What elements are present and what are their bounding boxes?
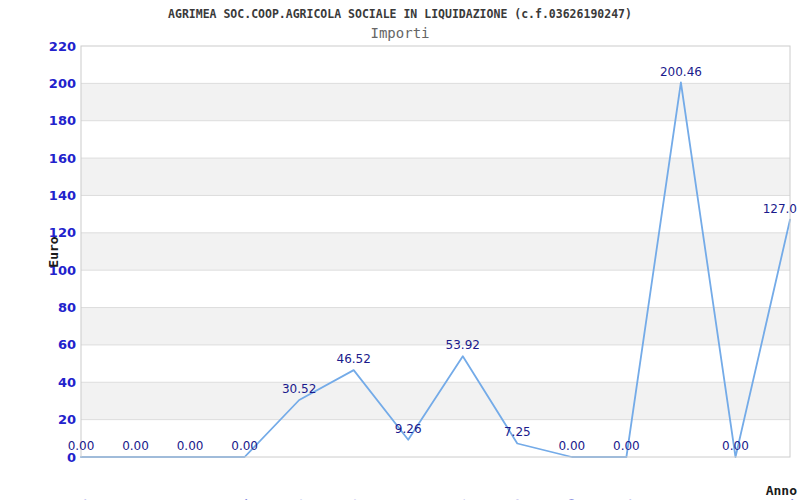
y-tick-label: 140	[49, 188, 76, 203]
importi-line-chart: 020406080100120140160180200220 201120122…	[0, 0, 800, 500]
band	[81, 233, 790, 270]
plot-bands	[81, 83, 790, 419]
data-point-label: 0.00	[177, 439, 204, 453]
y-tick-label: 200	[49, 76, 76, 91]
band	[81, 382, 790, 419]
chart-subtitle: Importi	[370, 25, 429, 41]
band	[81, 308, 790, 345]
y-tick-label: 60	[58, 337, 76, 352]
band	[81, 158, 790, 195]
data-point-label: 7.25	[504, 425, 531, 439]
data-point-label: 30.52	[282, 382, 316, 396]
data-point-label: 9.26	[395, 422, 422, 436]
chart-title: AGRIMEA SOC.COOP.AGRICOLA SOCIALE IN LIQ…	[168, 7, 632, 21]
y-tick-label: 20	[58, 412, 76, 427]
x-axis-title: Anno	[766, 483, 797, 498]
data-point-label: 0.00	[558, 439, 585, 453]
data-point-label: 127.0	[763, 202, 797, 216]
data-point-label: 0.00	[122, 439, 149, 453]
data-point-label: 0.00	[722, 439, 749, 453]
y-tick-label: 40	[58, 375, 76, 390]
y-tick-label: 180	[49, 113, 76, 128]
data-point-label: 200.46	[660, 65, 702, 79]
data-point-label: 46.52	[337, 352, 371, 366]
y-axis-title: Euro	[46, 236, 61, 267]
y-tick-label: 220	[49, 39, 76, 54]
data-point-label: 0.00	[613, 439, 640, 453]
data-point-label: 0.00	[231, 439, 258, 453]
y-tick-label: 160	[49, 151, 76, 166]
data-point-label: 53.92	[446, 338, 480, 352]
y-tick-label: 80	[58, 300, 76, 315]
data-point-label: 0.00	[68, 439, 95, 453]
plot-canvas: 020406080100120140160180200220 201120122…	[0, 0, 800, 500]
